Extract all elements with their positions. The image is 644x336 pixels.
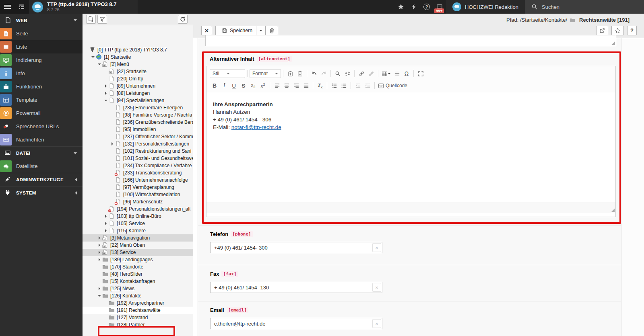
tree-toggle-icon[interactable] (98, 258, 101, 262)
pagetree-toggle-icon[interactable] (14, 0, 29, 14)
docheader-help-button[interactable]: ? (627, 26, 637, 35)
tree-toggle-icon[interactable] (98, 63, 101, 66)
open-in-new-window-button[interactable] (596, 26, 608, 35)
sidebar-item-info[interactable]: Info (0, 67, 83, 80)
tree-node[interactable]: [22] Menü Oben (83, 242, 193, 249)
superscript-icon[interactable]: x2 (258, 81, 268, 90)
close-button[interactable]: ✕ (201, 26, 212, 35)
telefon-input[interactable]: +49 (0) 461/ 1454- 300× (210, 242, 382, 253)
rte-content[interactable]: Ihre Ansprechpartnerin Hannah Autzen + 4… (206, 93, 615, 203)
horizontal-line-icon[interactable] (392, 69, 402, 78)
tree-node[interactable]: [97] Vermögensplanung (83, 184, 193, 191)
clear-input-icon[interactable]: × (372, 283, 381, 292)
tree-node[interactable]: [234] Tax Compliance / Verfahre (83, 162, 193, 169)
tree-node[interactable]: [94] Spezialisierungen (83, 97, 193, 104)
tree-node[interactable]: [13] Service (83, 249, 193, 256)
tree-toggle-icon[interactable] (104, 92, 108, 95)
tree-node[interactable]: [126] Kontakte (83, 292, 193, 299)
email-input[interactable]: c.theilen@ttp-recht.de× (210, 318, 382, 329)
refresh-tree-button[interactable] (178, 15, 188, 24)
tree-node[interactable]: [192] Ansprechpartner (83, 299, 193, 307)
sidebar-item-dateiliste[interactable]: Dateiliste (0, 160, 83, 173)
special-character-icon[interactable]: Ω (402, 69, 411, 78)
rte-resize-handle[interactable] (611, 209, 615, 212)
clear-input-icon[interactable]: × (372, 243, 381, 252)
tree-toggle-icon[interactable] (104, 222, 108, 225)
system-information-icon[interactable]: 99+ (433, 0, 446, 14)
tree-node[interactable]: [101] Sozial- und Gesundheitswe (83, 155, 193, 162)
sidebar-section-system[interactable]: SYSTEM (0, 186, 83, 199)
tree-node[interactable]: [125] News (83, 285, 193, 292)
tree-node[interactable]: [96] Markenschutz (83, 198, 193, 205)
sidebar-item-indizierung[interactable]: Indizierung (0, 53, 83, 67)
tree-toggle-icon[interactable] (98, 244, 101, 247)
align-right-icon[interactable] (291, 81, 301, 90)
new-page-button[interactable] (86, 15, 96, 24)
align-center-icon[interactable] (282, 81, 291, 90)
tree-node[interactable]: [0] TTP (ttp.de 2018) TYPO3 8.7 (83, 46, 193, 53)
filter-button[interactable] (97, 15, 107, 24)
tree-node[interactable]: [237] Öffentlicher Sektor / Komm (83, 133, 193, 140)
help-icon[interactable]: ? (420, 0, 433, 14)
tree-node[interactable]: [89] Unternehmen (83, 82, 193, 90)
italic-icon[interactable]: I (219, 81, 229, 90)
fax-input[interactable]: + 49 (0) 461/ 1454- 130× (210, 282, 382, 293)
tree-node[interactable]: [235] Erneuerbare Energien (83, 104, 193, 111)
tree-node[interactable]: [2] Menü (83, 61, 193, 68)
paste-text-icon[interactable] (285, 69, 295, 78)
tree-node[interactable]: [132] Personaldienstleistungen (83, 140, 193, 148)
sidebar-section-adminwerkzeuge[interactable]: ADMINWERKZEUGE (0, 173, 83, 186)
undo-icon[interactable] (309, 69, 319, 78)
tree-node[interactable]: [88] Leistungen (83, 90, 193, 97)
tree-node[interactable]: [236] Grenzüberschreitende Bera (83, 119, 193, 126)
tree-node[interactable]: [3] Metanavigation (83, 234, 193, 242)
tree-node[interactable]: [100] Wirtschaftsmediation (83, 191, 193, 198)
tree-toggle-icon[interactable] (98, 236, 101, 240)
tree-node[interactable]: [191] Rechtsanwälte (83, 307, 193, 314)
subscript-icon[interactable]: x2 (248, 81, 258, 90)
tree-toggle-icon[interactable] (104, 84, 108, 88)
bookmark-page-button[interactable] (611, 26, 624, 35)
tree-node[interactable]: [32] Startseite (83, 68, 193, 75)
tree-toggle-icon[interactable] (98, 251, 101, 254)
global-search[interactable]: Suchen (525, 0, 644, 14)
tree-toggle-icon[interactable] (104, 215, 108, 218)
bookmark-icon[interactable] (394, 0, 407, 14)
ordered-list-icon[interactable] (329, 81, 339, 90)
tree-node[interactable]: [127] Vorstand (83, 314, 193, 321)
tree-toggle-icon[interactable] (104, 229, 108, 233)
tree-node[interactable]: [102] Restrukturierung und Sani (83, 148, 193, 155)
tree-node[interactable]: [170] Standorte (83, 263, 193, 270)
tree-node[interactable]: [105] Service (83, 220, 193, 227)
sidebar-item-nachrichten[interactable]: Nachrichten (0, 133, 83, 146)
breadcrumb-current[interactable]: Rechtsanwälte [191] (579, 17, 630, 23)
tree-toggle-icon[interactable] (98, 287, 101, 291)
tree-toggle-icon[interactable] (91, 55, 95, 59)
tree-node[interactable]: [103] ttp Online-Büro (83, 213, 193, 220)
tree-node[interactable]: [115] Karriere (83, 227, 193, 234)
sidebar-section-datei[interactable]: DATEI (0, 146, 83, 160)
clear-cache-icon[interactable] (407, 0, 420, 14)
site-identity[interactable]: TTP (ttp.de 2018) TYPO3 8.7 8.7.26 (29, 0, 138, 14)
source-button[interactable]: Quellcode (377, 81, 409, 90)
format-select[interactable]: Format (250, 69, 281, 78)
tree-node[interactable]: [166] Unternehmensnachfolge (83, 176, 193, 184)
tree-node[interactable]: [1] Startseite (83, 53, 193, 61)
save-options-caret[interactable] (256, 26, 265, 35)
table-icon[interactable] (380, 69, 392, 78)
remove-format-icon[interactable]: Tx (315, 81, 325, 90)
align-justify-icon[interactable] (301, 81, 311, 90)
link-icon[interactable] (357, 69, 366, 78)
tree-node[interactable]: [15] Kontaktanfragen (83, 278, 193, 285)
pagetree-scroll-gutter[interactable] (193, 25, 198, 336)
delete-button[interactable] (266, 26, 278, 35)
sidebar-item-seite[interactable]: Seite (0, 27, 83, 40)
replace-icon[interactable] (343, 69, 352, 78)
underline-icon[interactable]: U (229, 81, 239, 90)
paste-word-icon[interactable] (295, 69, 305, 78)
find-icon[interactable] (333, 69, 343, 78)
sidebar-item-funktionen[interactable]: Funktionen (0, 80, 83, 93)
tree-node[interactable]: [98] Familiäre Vorsorge / Nachla (83, 111, 193, 119)
textarea-partial[interactable] (205, 35, 616, 46)
save-split-button[interactable]: Speichern (215, 26, 266, 35)
